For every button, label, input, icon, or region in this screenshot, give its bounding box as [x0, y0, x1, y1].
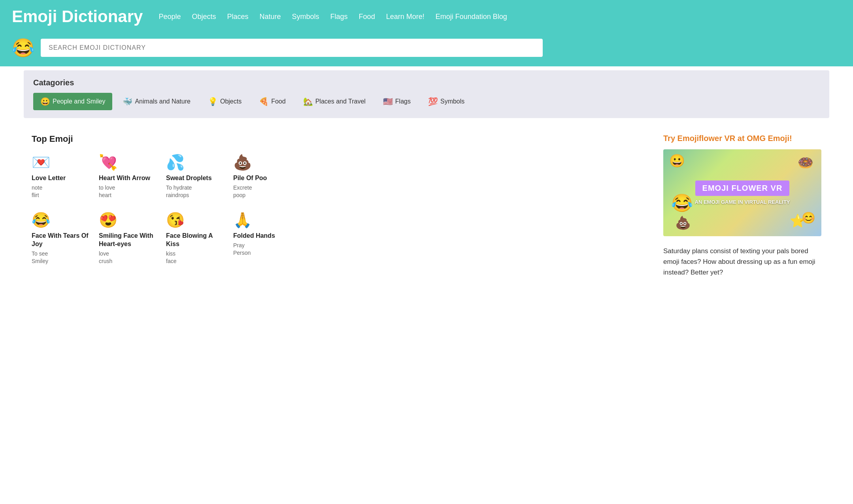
food-emoji: 🍕	[259, 97, 269, 106]
nav-blog[interactable]: Emoji Foundation Blog	[436, 13, 507, 21]
top-emoji-section: Top Emoji 💌 Love Letter noteflirt 💘 Hear…	[32, 134, 647, 278]
sweat-droplets-tags: To hydrateraindrops	[166, 184, 192, 199]
emoji-card-pile-of-poo[interactable]: 💩 Pile Of Poo Excretepoop	[233, 154, 293, 199]
categories-list: 😀 People and Smiley 🐳 Animals and Nature…	[33, 93, 820, 110]
promo-title: Try Emojiflower VR at OMG Emoji!	[663, 134, 821, 143]
category-symbols[interactable]: 💯 Symbols	[421, 93, 472, 110]
category-places-label: Places and Travel	[315, 98, 366, 105]
emoji-card-face-blowing-kiss[interactable]: 😘 Face Blowing A Kiss kissface	[166, 211, 225, 265]
nav-symbols[interactable]: Symbols	[292, 13, 319, 21]
site-title: Emoji Dictionary	[12, 7, 143, 26]
heart-arrow-icon: 💘	[99, 154, 117, 171]
folded-hands-tags: PrayPerson	[233, 242, 251, 257]
categories-title: Catagories	[33, 78, 820, 87]
love-letter-tags: noteflirt	[32, 184, 42, 199]
sweat-droplets-name: Sweat Droplets	[166, 174, 212, 182]
promo-image[interactable]: 😀 🍩 💩 ⭐ 😂 😊 EMOJI FLOWER VR AN EMOJI GAM…	[663, 149, 821, 236]
sweat-droplets-icon: 💦	[166, 154, 185, 171]
emoji-card-heart-arrow[interactable]: 💘 Heart With Arrow to loveheart	[99, 154, 158, 199]
face-tears-joy-name: Face With Tears Of Joy	[32, 232, 91, 248]
pile-of-poo-icon: 💩	[233, 154, 252, 171]
love-letter-icon: 💌	[32, 154, 50, 171]
category-people-label: People and Smiley	[53, 98, 105, 105]
pile-of-poo-tags: Excretepoop	[233, 184, 252, 199]
category-objects-label: Objects	[220, 98, 242, 105]
category-people-smiley[interactable]: 😀 People and Smiley	[33, 93, 112, 110]
float-emoji-5: 😂	[671, 193, 693, 213]
people-smiley-emoji: 😀	[40, 97, 50, 106]
main-content: Top Emoji 💌 Love Letter noteflirt 💘 Hear…	[0, 122, 853, 290]
search-input[interactable]	[41, 39, 543, 57]
category-animals-nature[interactable]: 🐳 Animals and Nature	[115, 93, 198, 110]
flags-emoji: 🇺🇸	[383, 97, 393, 106]
sidebar: Try Emojiflower VR at OMG Emoji! 😀 🍩 💩 ⭐…	[663, 134, 821, 278]
nav-nature[interactable]: Nature	[260, 13, 281, 21]
folded-hands-icon: 🙏	[233, 211, 252, 229]
animals-nature-emoji: 🐳	[123, 97, 132, 106]
category-flags-label: Flags	[395, 98, 411, 105]
float-emoji-6: 😊	[802, 211, 815, 224]
category-food-label: Food	[271, 98, 285, 105]
face-tears-joy-icon: 😂	[32, 211, 50, 229]
search-section: 😂	[0, 33, 853, 66]
category-animals-label: Animals and Nature	[135, 98, 191, 105]
places-travel-emoji: 🏡	[303, 97, 313, 106]
category-flags[interactable]: 🇺🇸 Flags	[376, 93, 418, 110]
face-blowing-kiss-name: Face Blowing A Kiss	[166, 232, 225, 248]
category-food[interactable]: 🍕 Food	[252, 93, 293, 110]
main-nav: People Objects Places Nature Symbols Fla…	[159, 13, 507, 21]
promo-image-content: EMOJI FLOWER VR AN EMOJI GAME IN VIRTUAL…	[695, 181, 790, 205]
category-symbols-label: Symbols	[440, 98, 464, 105]
category-objects[interactable]: 💡 Objects	[201, 93, 249, 110]
emoji-card-face-tears-joy[interactable]: 😂 Face With Tears Of Joy To seeSmiley	[32, 211, 91, 265]
top-emoji-title: Top Emoji	[32, 134, 647, 144]
nav-learn-more[interactable]: Learn More!	[386, 13, 425, 21]
smiling-heart-eyes-name: Smiling Face With Heart-eyes	[99, 232, 158, 248]
face-blowing-kiss-tags: kissface	[166, 250, 176, 265]
float-emoji-1: 😀	[669, 153, 685, 168]
folded-hands-name: Folded Hands	[233, 232, 275, 240]
face-tears-joy-tags: To seeSmiley	[32, 250, 48, 265]
emoji-card-sweat-droplets[interactable]: 💦 Sweat Droplets To hydrateraindrops	[166, 154, 225, 199]
float-emoji-3: 💩	[675, 215, 691, 230]
sidebar-description: Saturday plans consist of texting your p…	[663, 246, 821, 278]
smiling-heart-eyes-icon: 😍	[99, 211, 117, 229]
face-blowing-kiss-icon: 😘	[166, 211, 185, 229]
header: Emoji Dictionary People Objects Places N…	[0, 0, 853, 33]
category-places-travel[interactable]: 🏡 Places and Travel	[296, 93, 373, 110]
love-letter-name: Love Letter	[32, 174, 66, 182]
vr-banner: EMOJI FLOWER VR	[695, 181, 790, 196]
heart-arrow-name: Heart With Arrow	[99, 174, 150, 182]
pile-of-poo-name: Pile Of Poo	[233, 174, 267, 182]
nav-flags[interactable]: Flags	[330, 13, 348, 21]
nav-food[interactable]: Food	[359, 13, 375, 21]
vr-subtitle: AN EMOJI GAME IN VIRTUAL REALITY	[695, 199, 790, 205]
emoji-card-folded-hands[interactable]: 🙏 Folded Hands PrayPerson	[233, 211, 293, 265]
emoji-card-smiling-heart-eyes[interactable]: 😍 Smiling Face With Heart-eyes lovecrush	[99, 211, 158, 265]
nav-places[interactable]: Places	[227, 13, 249, 21]
heart-arrow-tags: to loveheart	[99, 184, 115, 199]
smiling-heart-eyes-tags: lovecrush	[99, 250, 112, 265]
emoji-grid: 💌 Love Letter noteflirt 💘 Heart With Arr…	[32, 154, 647, 265]
nav-objects[interactable]: Objects	[192, 13, 216, 21]
objects-emoji: 💡	[208, 97, 218, 106]
float-emoji-2: 🍩	[798, 155, 813, 170]
categories-section: Catagories 😀 People and Smiley 🐳 Animals…	[24, 70, 829, 118]
symbols-emoji: 💯	[428, 97, 438, 106]
nav-people[interactable]: People	[159, 13, 181, 21]
search-logo-emoji: 😂	[12, 37, 34, 58]
emoji-card-love-letter[interactable]: 💌 Love Letter noteflirt	[32, 154, 91, 199]
